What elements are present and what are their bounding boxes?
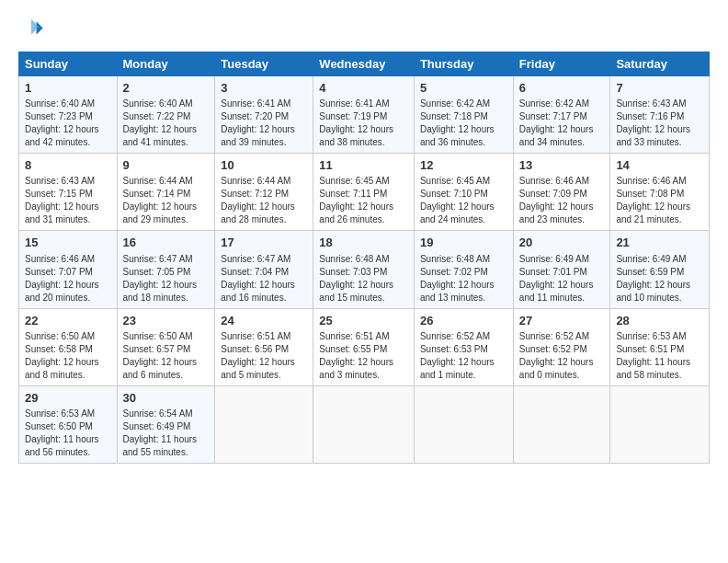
table-row: 12Sunrise: 6:45 AM Sunset: 7:10 PM Dayli… bbox=[414, 154, 513, 231]
day-info: Sunrise: 6:51 AM Sunset: 6:56 PM Dayligh… bbox=[221, 330, 307, 382]
day-info: Sunrise: 6:40 AM Sunset: 7:23 PM Dayligh… bbox=[25, 98, 111, 149]
table-row bbox=[215, 385, 313, 463]
day-info: Sunrise: 6:45 AM Sunset: 7:11 PM Dayligh… bbox=[319, 175, 408, 226]
day-number: 12 bbox=[420, 157, 507, 174]
table-row: 9Sunrise: 6:44 AM Sunset: 7:14 PM Daylig… bbox=[117, 154, 215, 231]
table-row: 29Sunrise: 6:53 AM Sunset: 6:50 PM Dayli… bbox=[19, 385, 118, 463]
table-row: 27Sunrise: 6:52 AM Sunset: 6:52 PM Dayli… bbox=[513, 308, 610, 385]
table-row bbox=[313, 385, 415, 463]
day-number: 29 bbox=[25, 390, 111, 407]
day-number: 2 bbox=[123, 80, 210, 97]
table-row: 1Sunrise: 6:40 AM Sunset: 7:23 PM Daylig… bbox=[19, 76, 118, 154]
day-number: 8 bbox=[25, 157, 111, 174]
table-row: 28Sunrise: 6:53 AM Sunset: 6:51 PM Dayli… bbox=[610, 308, 710, 385]
day-number: 13 bbox=[519, 157, 605, 174]
day-number: 15 bbox=[25, 235, 111, 251]
day-info: Sunrise: 6:46 AM Sunset: 7:08 PM Dayligh… bbox=[616, 175, 703, 226]
day-number: 26 bbox=[420, 313, 507, 329]
day-info: Sunrise: 6:49 AM Sunset: 7:01 PM Dayligh… bbox=[519, 253, 605, 304]
day-info: Sunrise: 6:40 AM Sunset: 7:22 PM Dayligh… bbox=[123, 98, 210, 149]
day-number: 3 bbox=[221, 80, 307, 97]
day-number: 1 bbox=[25, 80, 111, 97]
day-info: Sunrise: 6:49 AM Sunset: 6:59 PM Dayligh… bbox=[616, 253, 703, 304]
table-row bbox=[513, 385, 610, 463]
day-info: Sunrise: 6:48 AM Sunset: 7:03 PM Dayligh… bbox=[319, 253, 408, 304]
day-number: 21 bbox=[616, 235, 703, 251]
day-number: 25 bbox=[319, 313, 408, 329]
col-header-tuesday: Tuesday bbox=[215, 52, 313, 76]
day-number: 14 bbox=[616, 157, 703, 174]
day-info: Sunrise: 6:47 AM Sunset: 7:05 PM Dayligh… bbox=[123, 253, 210, 304]
day-info: Sunrise: 6:52 AM Sunset: 6:52 PM Dayligh… bbox=[519, 330, 605, 382]
table-row: 14Sunrise: 6:46 AM Sunset: 7:08 PM Dayli… bbox=[610, 154, 710, 231]
table-row: 19Sunrise: 6:48 AM Sunset: 7:02 PM Dayli… bbox=[414, 231, 513, 308]
day-number: 30 bbox=[123, 390, 210, 407]
day-info: Sunrise: 6:42 AM Sunset: 7:18 PM Dayligh… bbox=[420, 98, 507, 149]
day-info: Sunrise: 6:44 AM Sunset: 7:14 PM Dayligh… bbox=[123, 175, 210, 226]
table-row: 17Sunrise: 6:47 AM Sunset: 7:04 PM Dayli… bbox=[215, 231, 313, 308]
calendar-table: SundayMondayTuesdayWednesdayThursdayFrid… bbox=[18, 52, 710, 464]
table-row: 5Sunrise: 6:42 AM Sunset: 7:18 PM Daylig… bbox=[414, 76, 513, 154]
day-number: 9 bbox=[123, 157, 210, 174]
day-info: Sunrise: 6:52 AM Sunset: 6:53 PM Dayligh… bbox=[420, 330, 507, 382]
table-row: 22Sunrise: 6:50 AM Sunset: 6:58 PM Dayli… bbox=[19, 308, 118, 385]
day-info: Sunrise: 6:42 AM Sunset: 7:17 PM Dayligh… bbox=[519, 98, 605, 149]
day-number: 10 bbox=[221, 157, 307, 174]
day-info: Sunrise: 6:44 AM Sunset: 7:12 PM Dayligh… bbox=[221, 175, 307, 226]
table-row: 18Sunrise: 6:48 AM Sunset: 7:03 PM Dayli… bbox=[313, 231, 415, 308]
page-header bbox=[18, 17, 710, 42]
day-info: Sunrise: 6:43 AM Sunset: 7:16 PM Dayligh… bbox=[616, 98, 703, 149]
day-number: 7 bbox=[616, 80, 703, 97]
table-row: 4Sunrise: 6:41 AM Sunset: 7:19 PM Daylig… bbox=[313, 76, 415, 154]
day-number: 16 bbox=[123, 235, 210, 251]
table-row bbox=[414, 385, 513, 463]
col-header-thursday: Thursday bbox=[414, 52, 513, 76]
day-info: Sunrise: 6:50 AM Sunset: 6:57 PM Dayligh… bbox=[123, 330, 210, 382]
table-row: 13Sunrise: 6:46 AM Sunset: 7:09 PM Dayli… bbox=[513, 154, 610, 231]
table-row: 11Sunrise: 6:45 AM Sunset: 7:11 PM Dayli… bbox=[313, 154, 415, 231]
day-info: Sunrise: 6:48 AM Sunset: 7:02 PM Dayligh… bbox=[420, 253, 507, 304]
table-row: 7Sunrise: 6:43 AM Sunset: 7:16 PM Daylig… bbox=[610, 76, 710, 154]
table-row: 8Sunrise: 6:43 AM Sunset: 7:15 PM Daylig… bbox=[19, 154, 118, 231]
table-row: 16Sunrise: 6:47 AM Sunset: 7:05 PM Dayli… bbox=[117, 231, 215, 308]
col-header-monday: Monday bbox=[117, 52, 215, 76]
day-number: 6 bbox=[519, 80, 605, 97]
day-info: Sunrise: 6:46 AM Sunset: 7:07 PM Dayligh… bbox=[25, 253, 111, 304]
day-info: Sunrise: 6:50 AM Sunset: 6:58 PM Dayligh… bbox=[25, 330, 111, 382]
table-row: 25Sunrise: 6:51 AM Sunset: 6:55 PM Dayli… bbox=[313, 308, 415, 385]
table-row: 15Sunrise: 6:46 AM Sunset: 7:07 PM Dayli… bbox=[19, 231, 118, 308]
table-row: 30Sunrise: 6:54 AM Sunset: 6:49 PM Dayli… bbox=[117, 385, 215, 463]
table-row: 23Sunrise: 6:50 AM Sunset: 6:57 PM Dayli… bbox=[117, 308, 215, 385]
table-row: 26Sunrise: 6:52 AM Sunset: 6:53 PM Dayli… bbox=[414, 308, 513, 385]
day-number: 22 bbox=[25, 313, 111, 329]
table-row: 3Sunrise: 6:41 AM Sunset: 7:20 PM Daylig… bbox=[215, 76, 313, 154]
col-header-saturday: Saturday bbox=[610, 52, 710, 76]
day-info: Sunrise: 6:54 AM Sunset: 6:49 PM Dayligh… bbox=[123, 408, 210, 459]
day-info: Sunrise: 6:53 AM Sunset: 6:51 PM Dayligh… bbox=[616, 330, 703, 382]
day-number: 11 bbox=[319, 157, 408, 174]
table-row: 6Sunrise: 6:42 AM Sunset: 7:17 PM Daylig… bbox=[513, 76, 610, 154]
day-number: 19 bbox=[420, 235, 507, 251]
logo-icon bbox=[18, 17, 44, 42]
day-info: Sunrise: 6:46 AM Sunset: 7:09 PM Dayligh… bbox=[519, 175, 605, 226]
day-info: Sunrise: 6:47 AM Sunset: 7:04 PM Dayligh… bbox=[221, 253, 307, 304]
day-number: 18 bbox=[319, 235, 408, 251]
day-number: 17 bbox=[221, 235, 307, 251]
day-info: Sunrise: 6:51 AM Sunset: 6:55 PM Dayligh… bbox=[319, 330, 408, 382]
logo bbox=[18, 17, 48, 42]
day-info: Sunrise: 6:53 AM Sunset: 6:50 PM Dayligh… bbox=[25, 408, 111, 459]
day-info: Sunrise: 6:43 AM Sunset: 7:15 PM Dayligh… bbox=[25, 175, 111, 226]
table-row: 20Sunrise: 6:49 AM Sunset: 7:01 PM Dayli… bbox=[513, 231, 610, 308]
day-number: 20 bbox=[519, 235, 605, 251]
day-number: 23 bbox=[123, 313, 210, 329]
day-info: Sunrise: 6:45 AM Sunset: 7:10 PM Dayligh… bbox=[420, 175, 507, 226]
day-number: 4 bbox=[319, 80, 408, 97]
day-number: 27 bbox=[519, 313, 605, 329]
col-header-friday: Friday bbox=[513, 52, 610, 76]
col-header-wednesday: Wednesday bbox=[313, 52, 415, 76]
table-row: 21Sunrise: 6:49 AM Sunset: 6:59 PM Dayli… bbox=[610, 231, 710, 308]
day-number: 5 bbox=[420, 80, 507, 97]
table-row: 24Sunrise: 6:51 AM Sunset: 6:56 PM Dayli… bbox=[215, 308, 313, 385]
table-row bbox=[610, 385, 710, 463]
table-row: 10Sunrise: 6:44 AM Sunset: 7:12 PM Dayli… bbox=[215, 154, 313, 231]
